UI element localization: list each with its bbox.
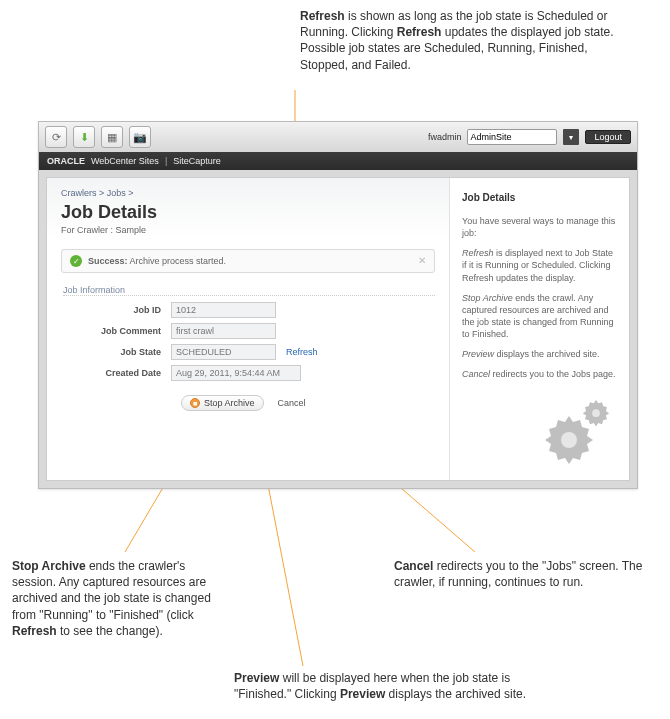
- flash-text: Archive process started.: [130, 256, 227, 266]
- label-created-date: Created Date: [61, 368, 171, 378]
- brand-bar: ORACLE WebCenter Sites | SiteCapture: [39, 152, 637, 170]
- product: WebCenter Sites: [91, 156, 159, 166]
- content-area: Crawlers > Jobs > Job Details For Crawle…: [46, 177, 630, 481]
- annotated-diagram: Refresh is shown as long as the job stat…: [0, 0, 670, 719]
- stop-icon: ■: [190, 398, 200, 408]
- logout-button[interactable]: Logout: [585, 130, 631, 144]
- app-name: SiteCapture: [173, 156, 221, 166]
- toolbar: ⟳ ⬇ ▦ 📷 fwadmin ▾ Logout: [39, 122, 637, 152]
- toolbar-button-2[interactable]: ⬇: [73, 126, 95, 148]
- toolbar-button-1[interactable]: ⟳: [45, 126, 67, 148]
- stop-archive-label: Stop Archive: [204, 398, 255, 408]
- flash-close-icon[interactable]: ✕: [418, 255, 426, 266]
- sidebar-p2: Stop Archive ends the crawl. Any capture…: [462, 292, 617, 341]
- row-job-comment: Job Comment: [61, 323, 435, 339]
- row-job-state: Job State Refresh: [61, 344, 435, 360]
- site-select-dropdown-icon[interactable]: ▾: [563, 129, 579, 145]
- row-created-date: Created Date: [61, 365, 435, 381]
- field-created-date: [171, 365, 301, 381]
- field-job-id: [171, 302, 276, 318]
- sidebar-p3: Preview displays the archived site.: [462, 348, 617, 360]
- callout-cancel: Cancel redirects you to the "Jobs" scree…: [394, 558, 652, 590]
- callout-stop-archive: Stop Archive ends the crawler's session.…: [12, 558, 222, 639]
- cancel-link[interactable]: Cancel: [278, 398, 306, 408]
- action-row: ■ Stop Archive Cancel: [181, 395, 435, 411]
- sidebar-intro: You have several ways to manage this job…: [462, 215, 617, 239]
- brand: ORACLE: [47, 156, 85, 166]
- site-select[interactable]: [467, 129, 557, 145]
- page-subtitle: For Crawler : Sample: [61, 225, 435, 235]
- stop-archive-button[interactable]: ■ Stop Archive: [181, 395, 264, 411]
- sidebar-title: Job Details: [462, 192, 617, 203]
- gears-icon: [462, 386, 617, 466]
- toolbar-button-4[interactable]: 📷: [129, 126, 151, 148]
- callout-preview: Preview will be displayed here when the …: [234, 670, 534, 702]
- label-job-state: Job State: [61, 347, 171, 357]
- page-title: Job Details: [61, 202, 435, 223]
- callout-refresh: Refresh is shown as long as the job stat…: [300, 8, 635, 73]
- svg-point-5: [561, 432, 577, 448]
- section-header: Job Information: [63, 285, 435, 296]
- row-job-id: Job ID: [61, 302, 435, 318]
- user-label: fwadmin: [428, 132, 462, 142]
- breadcrumb[interactable]: Crawlers > Jobs >: [61, 188, 435, 198]
- sidebar-p4: Cancel redirects you to the Jobs page.: [462, 368, 617, 380]
- label-job-comment: Job Comment: [61, 326, 171, 336]
- svg-point-4: [592, 409, 600, 417]
- refresh-link[interactable]: Refresh: [286, 347, 318, 357]
- toolbar-button-3[interactable]: ▦: [101, 126, 123, 148]
- field-job-state: [171, 344, 276, 360]
- success-icon: ✓: [70, 255, 82, 267]
- flash-bold: Success:: [88, 256, 128, 266]
- sidebar-p1: Refresh is displayed next to Job State i…: [462, 247, 617, 283]
- main-panel: Crawlers > Jobs > Job Details For Crawle…: [47, 178, 449, 480]
- help-sidebar: Job Details You have several ways to man…: [449, 178, 629, 480]
- flash-success: ✓ Success: Archive process started. ✕: [61, 249, 435, 273]
- field-job-comment: [171, 323, 276, 339]
- app-window: ⟳ ⬇ ▦ 📷 fwadmin ▾ Logout ORACLE WebCente…: [38, 121, 638, 489]
- label-job-id: Job ID: [61, 305, 171, 315]
